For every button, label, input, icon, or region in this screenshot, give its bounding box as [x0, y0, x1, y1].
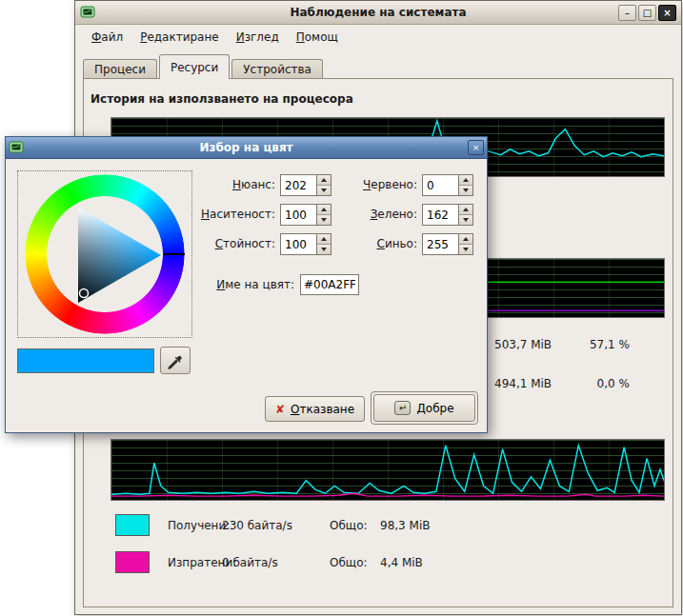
saturation-value-triangle[interactable] — [18, 171, 191, 337]
color-wheel[interactable] — [17, 170, 192, 338]
sent-total-label: Общо: — [330, 551, 368, 574]
received-total-label: Общо: — [330, 514, 368, 537]
sent-rate: 0 байта/s — [222, 551, 278, 574]
blue-spinner — [422, 233, 473, 255]
hue-spinner — [280, 174, 331, 196]
received-legend-row: Получени: 230 байта/s Общо: 98,3 MiB — [115, 514, 663, 537]
chevron-up-icon — [463, 208, 469, 211]
swap-row: 494,1 MiB 0,0 % — [494, 376, 630, 391]
received-color-swatch[interactable] — [115, 514, 150, 536]
received-total: 98,3 MiB — [380, 514, 430, 537]
main-titlebar[interactable]: Наблюдение на системата – □ × — [75, 1, 681, 25]
cancel-x-icon: ✘ — [275, 403, 285, 416]
saturation-input[interactable] — [280, 204, 316, 226]
value-spinner — [280, 233, 331, 255]
color-name-label: Име на цвят: — [199, 274, 294, 295]
cancel-label: Отказване — [291, 403, 354, 416]
maximize-button[interactable]: □ — [638, 5, 656, 21]
red-label: Червено: — [328, 174, 417, 196]
green-label: Зелено: — [328, 204, 417, 226]
memory-row: 503,7 MiB 57,1 % — [494, 337, 630, 352]
menubar: Файл Редактиране Изглед Помощ — [75, 26, 681, 49]
menu-help[interactable]: Помощ — [288, 28, 347, 47]
ok-label: Добре — [416, 402, 453, 415]
color-name-input[interactable] — [300, 274, 359, 295]
blue-label: Синьо: — [328, 233, 417, 255]
memory-amount: 503,7 MiB — [494, 337, 582, 352]
green-spinner — [422, 204, 473, 226]
tab-devices[interactable]: Устройства — [231, 59, 323, 78]
received-rate: 230 байта/s — [222, 514, 292, 537]
swap-percent: 0,0 % — [586, 376, 630, 391]
sent-color-swatch[interactable] — [115, 551, 150, 573]
eyedropper-button[interactable] — [160, 347, 191, 374]
color-picker-dialog: Избор на цвят × Нюанс: — [5, 136, 488, 433]
blue-increment-button[interactable] — [459, 234, 472, 244]
red-spinner — [422, 174, 473, 196]
value-label: Стойност: — [190, 233, 275, 255]
menu-view[interactable]: Изглед — [228, 28, 288, 47]
sent-total: 4,4 MiB — [380, 551, 423, 574]
chevron-down-icon — [463, 189, 469, 192]
chevron-down-icon — [321, 218, 327, 222]
chevron-down-icon — [321, 189, 327, 192]
window-controls: – □ × — [618, 5, 676, 21]
saturation-spinner — [280, 204, 331, 226]
swap-amount: 494,1 MiB — [494, 376, 582, 391]
dialog-title: Избор на цвят — [6, 141, 487, 154]
menu-edit[interactable]: Редактиране — [131, 28, 228, 47]
chevron-down-icon — [321, 248, 327, 251]
hue-label: Нюанс: — [190, 174, 275, 196]
tab-resources[interactable]: Ресурси — [159, 54, 230, 79]
red-decrement-button[interactable] — [459, 185, 472, 195]
app-icon — [80, 5, 95, 20]
received-label: Получени: — [168, 514, 230, 537]
chevron-up-icon — [321, 178, 327, 182]
chevron-up-icon — [463, 237, 469, 241]
value-input[interactable] — [280, 233, 316, 255]
hue-input[interactable] — [280, 174, 316, 196]
saturation-label: Наситеност: — [190, 204, 275, 226]
green-increment-button[interactable] — [459, 205, 472, 214]
enter-key-icon: ↵ — [394, 401, 411, 415]
dialog-titlebar[interactable]: Избор на цвят × — [6, 137, 487, 159]
chevron-up-icon — [463, 178, 469, 182]
dialog-app-icon — [9, 140, 24, 155]
green-input[interactable] — [422, 204, 458, 226]
network-history-chart — [110, 439, 665, 501]
chevron-down-icon — [463, 248, 469, 251]
window-title: Наблюдение на системата — [75, 6, 681, 19]
blue-input[interactable] — [422, 233, 458, 255]
minimize-button[interactable]: – — [618, 5, 636, 21]
menu-file[interactable]: Файл — [83, 28, 131, 47]
eyedropper-icon — [166, 352, 185, 371]
network-received-line — [111, 446, 664, 494]
blue-decrement-button[interactable] — [459, 244, 472, 254]
green-decrement-button[interactable] — [459, 214, 472, 225]
cancel-button[interactable]: ✘ Отказване — [265, 396, 365, 422]
ok-button[interactable]: ↵ Добре — [373, 394, 475, 422]
memory-percent: 57,1 % — [586, 337, 630, 352]
cpu-history-heading: История на използването на процесора — [90, 92, 353, 106]
sent-legend-row: Изпратени: 0 байта/s Общо: 4,4 MiB — [115, 551, 663, 574]
ok-default-frame: ↵ Добре — [371, 391, 478, 425]
chevron-up-icon — [321, 237, 327, 241]
chevron-down-icon — [463, 218, 469, 222]
network-sent-line — [111, 493, 664, 496]
tab-bar: Процеси Ресурси Устройства — [83, 53, 325, 79]
close-button[interactable]: × — [658, 5, 676, 21]
color-preview — [17, 348, 154, 373]
red-input[interactable] — [422, 174, 458, 196]
tab-processes[interactable]: Процеси — [83, 59, 157, 78]
chevron-up-icon — [321, 208, 327, 211]
dialog-close-button[interactable]: × — [468, 140, 484, 155]
red-increment-button[interactable] — [459, 175, 472, 185]
